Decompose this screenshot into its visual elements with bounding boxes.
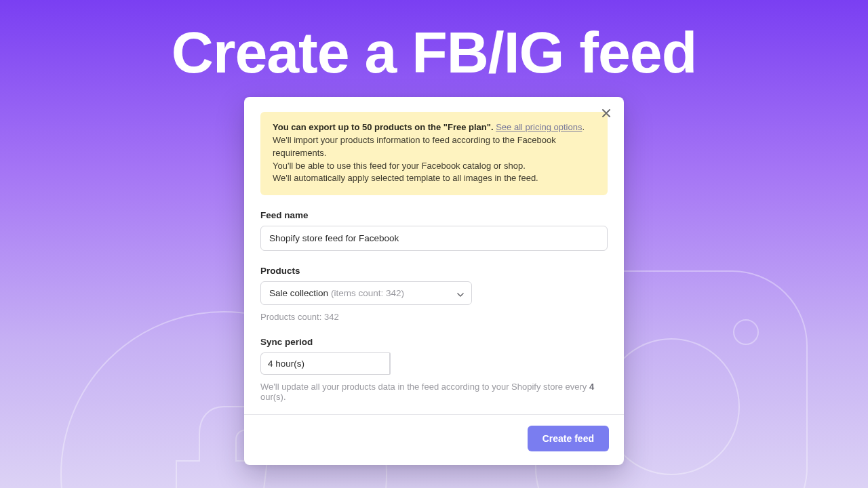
stepper-up-button[interactable] (390, 353, 391, 363)
svg-point-3 (734, 320, 758, 344)
notice-line: We'll automatically apply selected templ… (273, 172, 595, 185)
sync-helper: We'll update all your products data in t… (260, 382, 608, 402)
products-selected: Sale collection (269, 288, 328, 298)
pricing-link[interactable]: See all pricing options (496, 122, 582, 132)
sync-period-input[interactable] (260, 352, 389, 375)
products-select[interactable]: Sale collection (items count: 342) (260, 281, 472, 305)
page-title: Create a FB/IG feed (0, 19, 868, 86)
close-icon (601, 108, 611, 118)
close-button[interactable] (598, 105, 614, 121)
products-count-helper: Products count: 342 (260, 312, 608, 322)
sync-period-stepper (260, 352, 336, 375)
chevron-down-icon (457, 287, 464, 300)
feed-name-input[interactable] (260, 226, 608, 251)
create-feed-modal: You can export up to 50 products on the … (244, 97, 624, 465)
stepper-down-button[interactable] (390, 363, 391, 373)
products-selected-meta: (items count: 342) (331, 288, 404, 298)
notice-line: You'll be able to use this feed for your… (273, 160, 595, 173)
notice-headline: You can export up to 50 products on the … (273, 122, 494, 132)
svg-point-2 (604, 339, 739, 474)
sync-label: Sync period (260, 337, 608, 347)
modal-footer: Create feed (244, 414, 624, 465)
products-label: Products (260, 266, 608, 276)
feed-name-label: Feed name (260, 210, 608, 220)
notice-line: We'll import your products information t… (273, 134, 595, 160)
info-notice: You can export up to 50 products on the … (260, 112, 608, 195)
create-feed-button[interactable]: Create feed (528, 426, 609, 451)
